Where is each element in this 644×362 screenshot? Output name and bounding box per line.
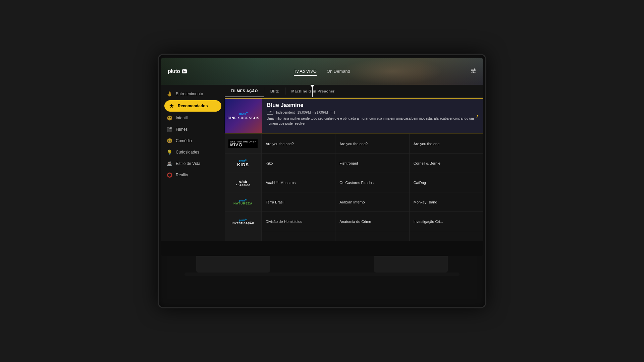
stand-leg-left	[196, 256, 270, 273]
channel-mtv: ARE YOU THE ONE? MTV	[225, 134, 262, 153]
entertainment-icon: 🤚	[166, 91, 172, 97]
tv-frame: pluto tv Tv Ao VIVO On Demand 🤚 Ent	[158, 54, 486, 308]
featured-description: Uma milionária mulher perde todo seu din…	[267, 116, 478, 126]
tab-blitz[interactable]: Blitz	[264, 85, 285, 97]
channel-investigacao: plutotv INVESTIGAÇÃO	[225, 212, 262, 231]
rating-badge: 12	[267, 110, 273, 115]
sidebar-label-infantil: Infantil	[176, 116, 187, 120]
nick-logo: nick	[238, 179, 247, 184]
program-cell[interactable]: Anatomia do Crime	[335, 212, 409, 231]
stand-leg-right	[374, 256, 448, 273]
sidebar-item-entretenimento[interactable]: 🤚 Entretenimento	[161, 88, 225, 100]
sidebar-label-entretenimento: Entretenimento	[176, 92, 203, 96]
featured-network: Independent	[276, 111, 295, 114]
program-grid: ARE YOU THE ONE? MTV Are you the one? Ar…	[225, 134, 483, 241]
program-cell[interactable]	[410, 231, 483, 241]
curiosities-icon: 💡	[166, 149, 172, 155]
featured-info: Blue Jasmine 12 Independent 19:00PM – 21…	[262, 99, 483, 133]
program-cell[interactable]: Divisão de Homicídios	[262, 212, 335, 231]
pluto-logo-text: pluto	[168, 68, 180, 74]
sidebar-label-estilo-de-vida: Estilo de Vida	[176, 161, 200, 166]
tv-screen: pluto tv Tv Ao VIVO On Demand 🤚 Ent	[161, 58, 483, 256]
settings-button[interactable]	[470, 68, 476, 75]
tab-filmes-acao[interactable]: FILMES AÇÃO	[225, 85, 264, 97]
sidebar-item-estilo-de-vida[interactable]: ☕ Estilo de Vida	[161, 158, 225, 169]
mtv-small-text: ARE YOU THE ONE?	[230, 140, 256, 143]
channel-nick: nick CLÁSSICO	[225, 173, 262, 192]
lifestyle-icon: ☕	[166, 161, 172, 166]
program-cell[interactable]: Are you the one?	[335, 134, 409, 153]
program-cell[interactable]: Aaahh!!! Monstros	[262, 173, 335, 192]
featured-title: Blue Jasmine	[267, 102, 478, 109]
sidebar-label-recomendados: Recomendados	[178, 104, 208, 108]
sidebar-item-reality[interactable]: ⭕ Reality	[161, 169, 225, 181]
table-row: ARE YOU THE ONE? MTV Are you the one? Ar…	[225, 134, 483, 154]
sidebar: 🤚 Entretenimento ★ Recomendados 😊 Infant…	[161, 85, 225, 241]
program-cell[interactable]: Monkey Island	[410, 192, 483, 212]
tab-machine-gun[interactable]: Machine Gun Preacher	[285, 85, 341, 97]
svg-point-0	[239, 143, 242, 146]
tv-bottom	[158, 256, 486, 276]
program-cell[interactable]: Are you the one?	[262, 134, 335, 153]
featured-time: 19:00PM – 21:00PM	[298, 111, 328, 114]
grid-area: plutotv CINE SUCESSOS Blue Jasmine 12 In…	[225, 98, 483, 241]
sidebar-label-filmes: Filmes	[176, 127, 187, 132]
sidebar-item-filmes[interactable]: 🎬 Filmes	[161, 124, 225, 135]
sidebar-label-comedia: Comédia	[176, 138, 192, 143]
program-cell[interactable]: CatDog	[410, 173, 483, 192]
program-cell[interactable]: Fishtronaut	[335, 154, 409, 173]
content-area: FILMES AÇÃO Blitz Machine Gun Preacher	[225, 85, 483, 241]
sidebar-item-recomendados[interactable]: ★ Recomendados	[164, 100, 221, 112]
star-icon: ★	[168, 103, 174, 109]
pluto-logo: pluto tv	[168, 68, 187, 74]
natureza-logo: NATUREZA	[233, 202, 253, 205]
timeline-indicator	[312, 85, 313, 97]
stand-base	[184, 273, 460, 276]
table-row: plutotv KIDS Kiko Fishtronaut Corneil & …	[225, 154, 483, 173]
kids-icon: 😊	[166, 115, 172, 121]
tv-stand-legs	[196, 256, 448, 273]
reality-icon: ⭕	[166, 172, 172, 178]
program-cell[interactable]: Are you the one	[410, 134, 483, 153]
calendar-icon	[331, 111, 335, 114]
program-cell[interactable]: Arabian Inferno	[335, 192, 409, 212]
program-cell[interactable]: Corneil & Bernie	[410, 154, 483, 173]
sidebar-item-curiosidades[interactable]: 💡 Curiosidades	[161, 146, 225, 158]
table-row: plutotv NATUREZA Terra Brasil Arabian In…	[225, 192, 483, 212]
table-row: plutotv INVESTIGAÇÃO Divisão de Homicídi…	[225, 212, 483, 231]
movies-icon: 🎬	[166, 127, 172, 132]
program-cell[interactable]	[262, 231, 335, 241]
featured-meta: 12 Independent 19:00PM – 21:00PM	[267, 110, 478, 115]
sidebar-item-comedia[interactable]: 😄 Comédia	[161, 135, 225, 146]
channel-kids: plutotv KIDS	[225, 154, 262, 173]
pluto-logo-tv-badge: tv	[182, 69, 187, 73]
featured-channel-name: CINE SUCESSOS	[227, 116, 259, 120]
channel-natureza: plutotv NATUREZA	[225, 192, 262, 212]
program-cell[interactable]: Terra Brasil	[262, 192, 335, 212]
program-cell[interactable]: Os Castores Pirados	[335, 173, 409, 192]
comedy-icon: 😄	[166, 138, 172, 143]
hero-nav: Tv Ao VIVO On Demand	[294, 67, 350, 76]
mtv-logo: MTV	[230, 143, 256, 147]
table-row	[225, 231, 483, 241]
nav-live[interactable]: Tv Ao VIVO	[294, 67, 317, 76]
table-row: nick CLÁSSICO Aaahh!!! Monstros Os Casto…	[225, 173, 483, 192]
kids-logo: KIDS	[237, 162, 249, 167]
sidebar-label-reality: Reality	[176, 173, 188, 177]
program-cell[interactable]: Kiko	[262, 154, 335, 173]
featured-channel-brand: plutotv	[239, 112, 248, 115]
program-cell[interactable]: Investigação Cri...	[410, 212, 483, 231]
channel-placeholder	[225, 231, 262, 241]
sidebar-item-infantil[interactable]: 😊 Infantil	[161, 112, 225, 124]
featured-thumbnail: plutotv CINE SUCESSOS	[225, 99, 262, 133]
hero-banner: pluto tv Tv Ao VIVO On Demand	[161, 58, 483, 85]
category-tabs: FILMES AÇÃO Blitz Machine Gun Preacher	[225, 85, 483, 98]
nav-ondemand[interactable]: On Demand	[327, 67, 350, 76]
investigacao-logo: INVESTIGAÇÃO	[232, 222, 254, 225]
main-content: 🤚 Entretenimento ★ Recomendados 😊 Infant…	[161, 85, 483, 241]
sidebar-label-curiosidades: Curiosidades	[176, 150, 199, 155]
featured-row[interactable]: plutotv CINE SUCESSOS Blue Jasmine 12 In…	[225, 98, 483, 133]
featured-chevron[interactable]: ›	[476, 112, 479, 120]
program-cell[interactable]	[335, 231, 409, 241]
